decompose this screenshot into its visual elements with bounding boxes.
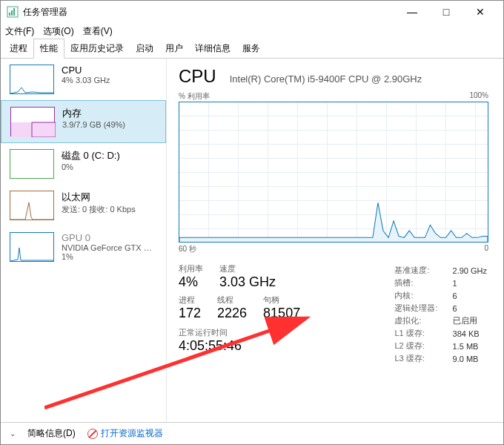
- util-label: 利用率: [179, 263, 203, 274]
- svg-rect-1: [9, 13, 10, 16]
- sidebar-item-memory[interactable]: 内存3.9/7.9 GB (49%): [1, 100, 166, 143]
- sidebar-cpu-sub: 4% 3.03 GHz: [62, 76, 110, 85]
- gpu-thumb-icon: [10, 232, 54, 262]
- tab-performance[interactable]: 性能: [33, 39, 64, 59]
- tab-users[interactable]: 用户: [159, 39, 189, 58]
- chevron-down-icon[interactable]: ⌄: [10, 429, 16, 438]
- close-button[interactable]: ✕: [463, 1, 497, 23]
- handles-value: 81507: [263, 306, 300, 321]
- cpu-info-table: 基准速度:2.90 GHz 插槽:1 内核:6 逻辑处理器:6 虚拟化:已启用 …: [393, 263, 488, 366]
- proc-value: 172: [179, 306, 201, 321]
- sidebar-item-cpu[interactable]: CPU4% 3.03 GHz: [1, 59, 166, 100]
- sidebar-gpu-title: GPU 0: [62, 232, 152, 243]
- main-panel: CPU Intel(R) Core(TM) i5-9400F CPU @ 2.9…: [167, 59, 503, 422]
- sidebar-net-sub: 发送: 0 接收: 0 Kbps: [62, 204, 136, 215]
- sidebar-disk-title: 磁盘 0 (C: D:): [62, 149, 120, 162]
- svg-rect-3: [13, 8, 15, 16]
- tab-history[interactable]: 应用历史记录: [64, 39, 130, 58]
- cpu-utilization-chart: [179, 102, 488, 243]
- speed-label: 速度: [219, 263, 276, 274]
- threads-value: 2226: [217, 306, 247, 321]
- sidebar-item-gpu[interactable]: GPU 0NVIDIA GeForce GTX …1%: [1, 226, 166, 268]
- menu-options[interactable]: 选项(O): [43, 25, 73, 38]
- menu-file[interactable]: 文件(F): [5, 25, 34, 38]
- statusbar: ⌄ 简略信息(D) 打开资源监视器: [1, 422, 503, 444]
- tab-processes[interactable]: 进程: [4, 39, 33, 58]
- open-resource-monitor-link[interactable]: 打开资源监视器: [87, 427, 163, 440]
- app-icon: [7, 6, 19, 18]
- uptime-value: 4:05:55:46: [179, 338, 300, 354]
- sidebar-mem-title: 内存: [62, 107, 125, 120]
- chart-y-max: 100%: [469, 91, 488, 102]
- chart-x-zero: 0: [484, 244, 488, 254]
- sidebar-gpu-pct: 1%: [62, 252, 152, 261]
- brief-info-link[interactable]: 简略信息(D): [27, 427, 76, 440]
- maximize-button[interactable]: □: [429, 1, 463, 23]
- memory-thumb-icon: [10, 107, 55, 136]
- svg-rect-2: [11, 10, 13, 16]
- sidebar-gpu-sub: NVIDIA GeForce GTX …: [62, 243, 152, 252]
- chart-y-label: % 利用率: [179, 91, 210, 102]
- sidebar-cpu-title: CPU: [62, 65, 110, 76]
- sidebar-mem-sub: 3.9/7.9 GB (49%): [62, 120, 125, 129]
- cpu-thumb-icon: [10, 65, 54, 94]
- threads-label: 线程: [217, 294, 247, 306]
- speed-value: 3.03 GHz: [219, 274, 276, 290]
- proc-label: 进程: [179, 294, 201, 306]
- svg-rect-4: [11, 122, 56, 137]
- menubar: 文件(F) 选项(O) 查看(V): [1, 23, 503, 39]
- cpu-model: Intel(R) Core(TM) i5-9400F CPU @ 2.90GHz: [230, 73, 422, 85]
- uptime-label: 正常运行时间: [179, 327, 300, 338]
- titlebar: 任务管理器 — □ ✕: [1, 1, 503, 23]
- tabs: 进程 性能 应用历史记录 启动 用户 详细信息 服务: [1, 39, 503, 59]
- resmon-icon: [87, 429, 98, 439]
- sidebar-item-disk[interactable]: 磁盘 0 (C: D:)0%: [1, 143, 166, 185]
- menu-view[interactable]: 查看(V): [83, 25, 113, 38]
- handles-label: 句柄: [263, 294, 300, 306]
- chart-x-label: 60 秒: [179, 244, 196, 254]
- util-value: 4%: [179, 274, 203, 290]
- sidebar: CPU4% 3.03 GHz 内存3.9/7.9 GB (49%) 磁盘 0 (…: [1, 59, 167, 422]
- sidebar-disk-sub: 0%: [62, 162, 120, 171]
- tab-details[interactable]: 详细信息: [189, 39, 236, 58]
- sidebar-net-title: 以太网: [62, 191, 136, 204]
- minimize-button[interactable]: —: [395, 1, 429, 23]
- main-title: CPU: [179, 66, 216, 87]
- sidebar-item-ethernet[interactable]: 以太网发送: 0 接收: 0 Kbps: [1, 185, 166, 226]
- disk-thumb-icon: [10, 149, 54, 179]
- tab-startup[interactable]: 启动: [130, 39, 159, 58]
- tab-services[interactable]: 服务: [236, 39, 266, 58]
- net-thumb-icon: [10, 191, 54, 220]
- window-title: 任务管理器: [23, 6, 395, 19]
